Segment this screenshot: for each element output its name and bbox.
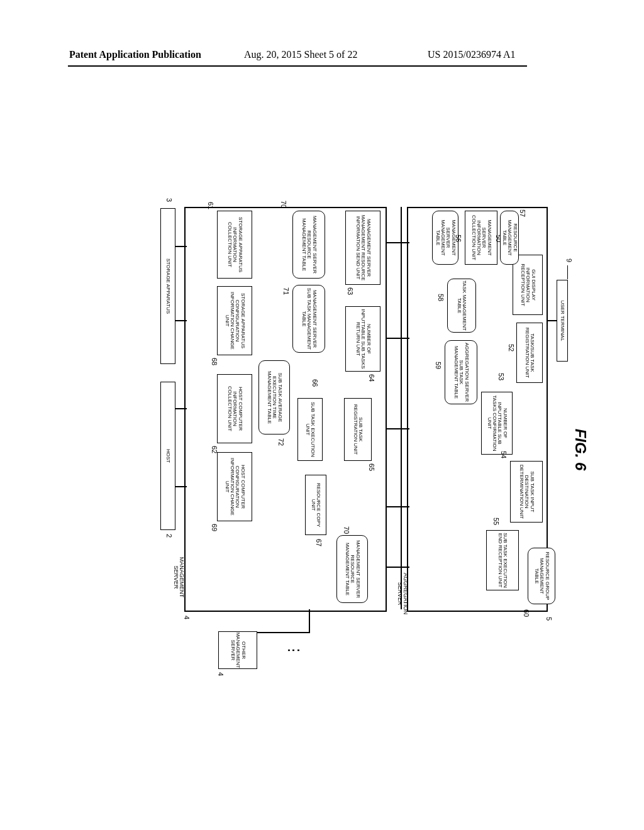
ref-71: 71: [282, 287, 290, 295]
ref-9: 9: [565, 258, 573, 262]
wire-to-other-mgmt-v: [257, 632, 310, 633]
ref-4a: 4: [183, 616, 191, 619]
task-mgmt-table: TASK MANAGEMENT TABLE: [447, 279, 476, 333]
wire-v-3: [387, 428, 409, 429]
user-terminal-label: USER TERMINAL: [560, 301, 565, 341]
mgmt-server-res-mgmt-table-b: MANAGEMENT SERVER RESOURCE MANAGEMENT TA…: [292, 211, 325, 279]
ref-56: 56: [455, 235, 462, 242]
figure-area: USER TERMINAL 9 5 AGGREGATION SERVER GUI…: [60, 212, 558, 608]
ref-2: 2: [165, 534, 173, 538]
ref-67: 67: [315, 539, 323, 546]
sub-task-avg-exec-time-table: SUB TASK AVERAGE EXECUTION TIME MANAGEME…: [258, 360, 290, 434]
ref-59: 59: [435, 362, 442, 369]
ref-69: 69: [211, 524, 218, 531]
other-management-server-box: OTHER MANAGEMENT SERVER: [218, 631, 257, 669]
ref-4b: 4: [217, 672, 225, 676]
ref-5: 5: [545, 617, 553, 621]
ref-3: 3: [165, 198, 173, 202]
management-server-label: MANAGEMENT SERVER: [172, 546, 184, 608]
ref-65: 65: [368, 463, 375, 471]
mgmt-server-res-mgmt-table-a: MANAGEMENT SERVER RESOURCE MANAGEMENT TA…: [336, 535, 368, 603]
storage-apparatus-config-change-unit: STORAGE APPARATUS CONFIGURATION INFORMAT…: [217, 286, 252, 355]
sub-task-execution-unit: SUB TASK EXECUTION UNIT: [297, 398, 323, 461]
wire-mgmt-host1: [175, 408, 187, 409]
task-sub-task-registration-unit: TASK/SUB TASK REGISTRATION UNIT: [516, 323, 543, 383]
ref-55: 55: [492, 517, 500, 525]
ref-68: 68: [211, 358, 218, 365]
storage-apparatus-box: STORAGE APPARATUS: [160, 208, 175, 364]
wire-mgmt-host2: [175, 486, 187, 487]
header-rule: [68, 65, 527, 67]
host-box: HOST: [160, 382, 175, 530]
user-terminal-box: USER TERMINAL: [557, 280, 568, 362]
mgmt-server-res-info-send-unit: MANAGEMENT SERVER MANAGEMENT RESOURCE IN…: [345, 211, 380, 285]
ref-53: 53: [497, 373, 505, 380]
header-right: US 2015/0236974 A1: [428, 49, 516, 60]
host-config-change-unit: HOST COMPUTER CONFIGURATION INFORMATION …: [217, 452, 252, 521]
header-middle: Aug. 20, 2015 Sheet 5 of 22: [244, 49, 357, 60]
mgmt-server-info-collection-unit: MANAGEMENT SERVER INFORMATION COLLECTION…: [465, 211, 497, 265]
ref-64: 64: [368, 374, 375, 382]
ref-70a: 70: [343, 526, 350, 534]
leader-9: [567, 265, 568, 279]
wire-mgmt-stor1: [175, 246, 187, 247]
sub-task-registration-unit: SUB TASK REGISTRATION UNIT: [344, 398, 372, 461]
aggregation-server-label: AGGREGATION SERVER: [396, 573, 408, 614]
host-info-collection-unit: HOST COMPUTER INFORMATION COLLECTION UNI…: [217, 374, 252, 443]
wire-userterm-agg: [547, 320, 557, 321]
wire-v-5: [387, 567, 409, 568]
ref-54: 54: [500, 451, 508, 458]
figure-6: FIG. 6 USER TERMINAL 9 5 AGGREGATION SER…: [60, 212, 558, 608]
ref-52: 52: [508, 344, 515, 351]
resource-mgmt-table: RESOURCE MANAGEMENT TABLE: [500, 211, 519, 265]
storage-apparatus-info-collection-unit: STORAGE APPARATUS INFORMATION COLLECTION…: [217, 211, 252, 279]
wire-agg-to-mgmt-bus: [401, 207, 402, 609]
ref-58: 58: [437, 294, 445, 301]
ref-60: 60: [523, 609, 530, 617]
ref-72: 72: [277, 438, 285, 446]
sub-task-input-dest-unit: SUB TASK INPUT DESTINATION DETERMINATION…: [510, 461, 543, 523]
wire-v-1: [387, 242, 409, 243]
wire-to-other-mgmt-h: [309, 609, 310, 632]
sub-task-exec-end-recv-unit: SUB TASK EXECUTION END RECEPTION UNIT: [486, 530, 519, 590]
gui-display-unit: GUI DISPLAY INFORMATION RECEPTION UNIT: [513, 255, 543, 315]
wire-v-4: [387, 506, 409, 507]
ref-70b: 70: [280, 201, 287, 208]
num-inputtable-confirm-unit: NUMBER OF INPUTTABLE SUB TASKS CONFIRMAT…: [481, 392, 513, 455]
wire-v-2: [387, 338, 409, 339]
header-left: Patent Application Publication: [69, 49, 201, 60]
ref-61: 61: [207, 202, 214, 209]
agg-server-sub-task-mgmt-table: AGGREGATION SERVER SUB TASK MANAGEMENT T…: [445, 340, 477, 404]
wire-mgmt-stor2: [175, 320, 187, 321]
ref-57: 57: [519, 209, 526, 217]
resource-group-mgmt-table: RESOURCE GROUP MANAGEMENT TABLE: [528, 548, 555, 604]
ref-63: 63: [347, 287, 354, 295]
mgmt-server-sub-task-mgmt-table: MANAGEMENT SERVER SUB TASK MANAGEMENT TA…: [292, 285, 325, 353]
figure-label: FIG. 6: [572, 429, 589, 471]
resource-copy-unit: RESOURCE COPY UNIT: [305, 475, 326, 535]
ellipsis-dots: ⋮: [287, 643, 301, 657]
num-inputtable-return-unit: NUMBER OF INPUTTABLE SUB TASKS RETURN UN…: [345, 306, 380, 372]
ref-66: 66: [311, 379, 319, 387]
